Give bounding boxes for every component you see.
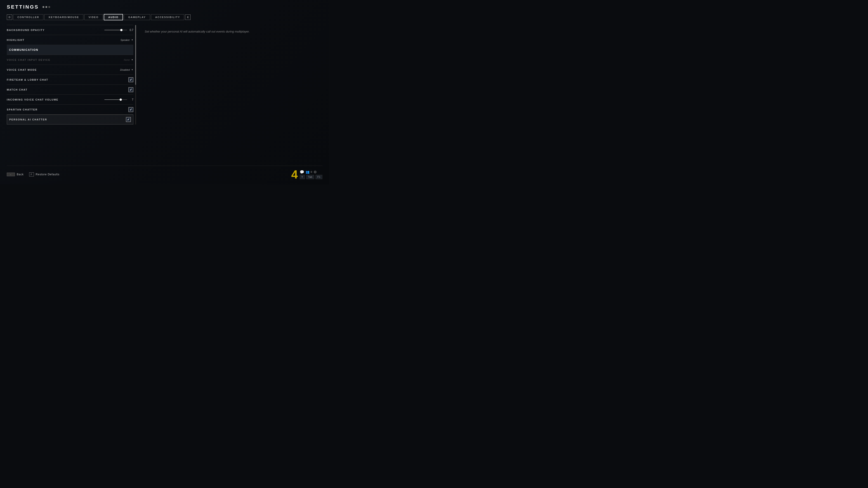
description-text: Set whether your personal AI will automa…	[145, 29, 258, 34]
slider-fill-background-opacity	[104, 30, 121, 30]
tab-key-button[interactable]: Tab	[306, 175, 314, 179]
slider-track-incoming-voice[interactable]	[104, 99, 127, 100]
dot-3	[49, 6, 50, 8]
setting-row-communication: COMMUNICATION	[7, 45, 133, 55]
slider-thumb-background-opacity[interactable]	[120, 29, 123, 31]
setting-row-voice-chat-input: VOICE CHAT INPUT DEVICE None ▼	[7, 55, 133, 65]
setting-label-voice-chat-input: VOICE CHAT INPUT DEVICE	[7, 59, 51, 61]
checkbox-fireteam-lobby[interactable]	[128, 77, 133, 82]
dot-2	[45, 6, 47, 8]
y-key-label: Y	[302, 176, 303, 178]
setting-row-match-chat: MATCH CHAT	[7, 85, 133, 95]
dropdown-arrow-voice-chat-mode: ▼	[131, 68, 133, 71]
restore-label: Restore Defaults	[36, 173, 59, 176]
bottom-right-panel: 4 💬 👥 0 ⚙ Y Tab	[291, 168, 322, 180]
slider-thumb-incoming-voice[interactable]	[120, 98, 122, 101]
checkbox-match-chat[interactable]	[128, 87, 133, 92]
tab-gameplay[interactable]: GAMEPLAY	[124, 14, 150, 20]
tab-audio[interactable]: AUDIO	[104, 14, 123, 20]
slider-background-opacity[interactable]: 0.7	[104, 29, 133, 32]
dot-1	[42, 6, 44, 8]
setting-label-incoming-voice-volume: INCOMING VOICE CHAT VOLUME	[7, 98, 58, 101]
dropdown-voice-chat-mode[interactable]: Disabled ▼	[120, 68, 133, 71]
setting-label-personal-ai-chatter: PERSONAL AI CHATTER	[9, 118, 47, 121]
slider-value-incoming-voice: 7	[129, 98, 133, 101]
hud-right-icons: 💬 👥 0 ⚙ Y Tab F1	[300, 170, 322, 179]
slider-incoming-voice-volume[interactable]: 7	[104, 98, 133, 101]
tab-keyboard-mouse[interactable]: KEYBOARD/MOUSE	[44, 14, 83, 20]
gear-icon: ⚙	[313, 170, 317, 174]
squad-count: 0	[311, 170, 312, 173]
chat-icon: 💬	[300, 170, 304, 174]
setting-label-spartan-chatter: SPARTAN CHATTER	[7, 108, 37, 111]
main-container: SETTINGS O CONTROLLER KEYBOARD/MOUSE VID…	[0, 0, 329, 184]
header: SETTINGS	[7, 4, 322, 10]
left-key-badge: O	[7, 14, 12, 20]
setting-row-highlight: HIGHLIGHT Speaker ▼	[7, 35, 133, 45]
restore-key-icon: F	[29, 172, 34, 176]
slider-value-background-opacity: 0.7	[129, 29, 133, 32]
setting-row-fireteam-lobby: FIRETEAM & LOBBY CHAT	[7, 75, 133, 85]
hud-chat-row: 💬 👥 0 ⚙	[300, 170, 322, 174]
content-area: BACKGROUND OPACITY 0.7 HIGHLIGHT Speaker	[7, 25, 322, 166]
dropdown-voice-chat-input[interactable]: None ▼	[124, 59, 133, 61]
setting-row-personal-ai-chatter: PERSONAL AI CHATTER	[7, 115, 133, 125]
scroll-track[interactable]	[135, 25, 136, 125]
slider-fill-incoming-voice	[104, 99, 121, 100]
section-label-communication: COMMUNICATION	[9, 48, 38, 52]
scroll-thumb[interactable]	[135, 25, 136, 85]
right-key-badge: E	[185, 14, 191, 20]
restore-defaults-button[interactable]: F Restore Defaults	[29, 172, 59, 176]
tab-video[interactable]: VIDEO	[84, 14, 103, 20]
dropdown-arrow-voice-chat-input: ▼	[131, 59, 133, 61]
setting-label-highlight: HIGHLIGHT	[7, 39, 25, 41]
f1-key-label: F1	[317, 176, 320, 178]
squad-count-row: 👥 0	[306, 170, 312, 174]
y-key-button[interactable]: Y	[300, 175, 305, 179]
settings-panel: BACKGROUND OPACITY 0.7 HIGHLIGHT Speaker	[7, 25, 133, 166]
checkbox-spartan-chatter[interactable]	[128, 107, 133, 112]
f1-key-button[interactable]: F1	[315, 175, 322, 179]
slider-track-background-opacity[interactable]	[104, 30, 127, 30]
setting-label-match-chat: MATCH CHAT	[7, 88, 28, 91]
bottom-bar: ← Back F Restore Defaults 4 💬 👥 0	[7, 166, 322, 180]
description-panel: Set whether your personal AI will automa…	[143, 25, 322, 166]
settings-list: BACKGROUND OPACITY 0.7 HIGHLIGHT Speaker	[7, 25, 133, 125]
setting-row-spartan-chatter: SPARTAN CHATTER	[7, 105, 133, 115]
setting-label-background-opacity: BACKGROUND OPACITY	[7, 29, 45, 31]
setting-row-background-opacity: BACKGROUND OPACITY 0.7	[7, 25, 133, 35]
header-dots	[42, 6, 50, 8]
setting-label-fireteam-lobby: FIRETEAM & LOBBY CHAT	[7, 78, 48, 81]
dropdown-value-highlight: Speaker	[121, 39, 130, 41]
setting-label-voice-chat-mode: VOICE CHAT MODE	[7, 68, 37, 71]
tab-controller[interactable]: CONTROLLER	[13, 14, 43, 20]
back-label: Back	[17, 173, 24, 176]
page-title: SETTINGS	[7, 4, 39, 10]
setting-row-voice-chat-mode: VOICE CHAT MODE Disabled ▼	[7, 65, 133, 75]
dropdown-value-voice-chat-mode: Disabled	[120, 68, 130, 71]
checkbox-personal-ai-chatter[interactable]	[126, 117, 131, 122]
bottom-actions: ← Back F Restore Defaults	[7, 172, 59, 176]
people-icon: 👥	[306, 170, 309, 174]
squad-number: 4	[291, 168, 298, 180]
setting-row-incoming-voice-volume: INCOMING VOICE CHAT VOLUME 7	[7, 95, 133, 105]
tabs-row: O CONTROLLER KEYBOARD/MOUSE VIDEO AUDIO …	[7, 14, 322, 20]
back-button[interactable]: ← Back	[7, 173, 24, 176]
hud-keys-row: Y Tab F1	[300, 175, 322, 179]
back-key-icon: ←	[7, 173, 15, 176]
dropdown-value-voice-chat-input: None	[124, 59, 130, 61]
dropdown-arrow-highlight: ▼	[131, 39, 133, 41]
tab-key-label: Tab	[308, 176, 312, 178]
tab-accessibility[interactable]: ACCESSIBILITY	[151, 14, 184, 20]
dropdown-highlight[interactable]: Speaker ▼	[121, 39, 133, 41]
